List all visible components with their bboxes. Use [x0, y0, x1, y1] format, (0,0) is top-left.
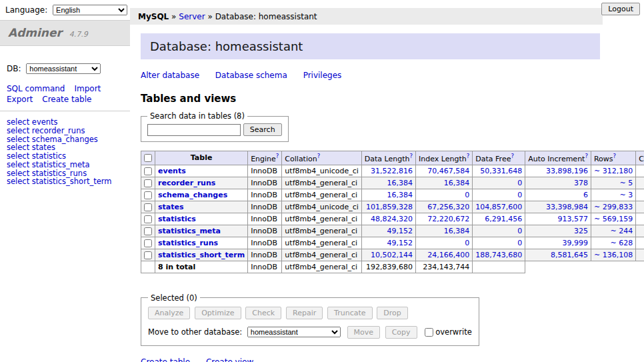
- index-length-link[interactable]: 24,166,400: [427, 251, 469, 259]
- rows-count-link[interactable]: ~ 628: [610, 239, 633, 247]
- sidebar-item-select-statistics-meta[interactable]: select statistics_meta: [7, 161, 123, 169]
- auto-increment-link[interactable]: 378: [574, 179, 588, 187]
- alter-database-link[interactable]: Alter database: [141, 71, 199, 80]
- overwrite-option[interactable]: overwrite: [425, 327, 472, 337]
- index-length-link[interactable]: 16,384: [444, 227, 470, 235]
- selected-fieldset: Selected (0) Analyze Optimize Check Repa…: [141, 293, 479, 346]
- sidebar-item-select-statistics-short-term[interactable]: select statistics_short_term: [7, 177, 123, 186]
- search-fieldset: Search data in tables (8) Search: [141, 111, 289, 142]
- data-free-link[interactable]: 6,291,456: [485, 215, 522, 223]
- table-name-link[interactable]: statistics_short_term: [158, 251, 245, 259]
- help-icon[interactable]: ?: [511, 153, 514, 159]
- rows-count-link[interactable]: ~ 244: [610, 227, 633, 235]
- data-free-link[interactable]: 0: [517, 239, 522, 247]
- help-icon[interactable]: ?: [276, 153, 279, 159]
- db-select[interactable]: homeassistant: [26, 63, 101, 74]
- rows-count-link[interactable]: ~ 3: [619, 191, 633, 199]
- help-icon[interactable]: ?: [467, 153, 470, 159]
- rows-count-link[interactable]: ~ 569,159: [594, 215, 633, 223]
- data-free-link[interactable]: 0: [517, 191, 522, 199]
- auto-increment-link[interactable]: 39,999: [562, 239, 588, 247]
- sidebar-item-create-table[interactable]: Create table: [42, 95, 91, 104]
- drop-button[interactable]: Drop: [377, 307, 407, 319]
- index-length-link[interactable]: 67,256,320: [427, 203, 469, 211]
- index-length-link[interactable]: 0: [465, 191, 469, 199]
- auto-increment-link[interactable]: 8,581,645: [551, 251, 588, 259]
- sidebar-item-select-statistics[interactable]: select statistics: [7, 152, 123, 161]
- index-length-link[interactable]: 16,384: [444, 179, 470, 187]
- sidebar-item-select-recorder-runs[interactable]: select recorder_runs: [7, 127, 123, 135]
- data-free-link[interactable]: 50,331,648: [480, 167, 522, 175]
- table-name-link[interactable]: recorder_runs: [158, 179, 215, 187]
- privileges-link[interactable]: Privileges: [303, 71, 342, 80]
- table-name-link[interactable]: statistics: [158, 215, 196, 223]
- sidebar-item-export[interactable]: Export: [7, 95, 33, 104]
- analyze-button[interactable]: Analyze: [148, 307, 190, 319]
- search-legend: Search data in tables (8): [147, 111, 247, 121]
- row-checkbox[interactable]: [144, 191, 152, 199]
- index-length-link[interactable]: 0: [465, 239, 469, 247]
- sidebar-item-import[interactable]: Import: [74, 84, 101, 93]
- table-name-link[interactable]: statistics_runs: [158, 239, 218, 247]
- row-checkbox[interactable]: [144, 227, 152, 235]
- logout-button[interactable]: Logout: [601, 3, 640, 15]
- copy-button[interactable]: Copy: [385, 326, 417, 339]
- data-length-link[interactable]: 49,152: [387, 239, 413, 247]
- rows-count-link[interactable]: ~ 136,108: [594, 251, 633, 259]
- table-name-link[interactable]: states: [158, 203, 184, 211]
- auto-increment-link[interactable]: 325: [574, 227, 588, 235]
- index-length-link[interactable]: 72,220,672: [427, 215, 469, 223]
- optimize-button[interactable]: Optimize: [195, 307, 241, 319]
- create-table-link[interactable]: Create table: [141, 357, 190, 362]
- row-checkbox[interactable]: [144, 179, 152, 187]
- truncate-button[interactable]: Truncate: [327, 307, 372, 319]
- row-checkbox[interactable]: [144, 167, 152, 175]
- rows-count-link[interactable]: ~ 312,180: [594, 167, 633, 175]
- create-view-link[interactable]: Create view: [206, 357, 253, 362]
- create-links: Create table Create view: [141, 357, 600, 362]
- auto-increment-link[interactable]: 33,398,984: [546, 203, 588, 211]
- auto-increment-link[interactable]: 33,898,196: [546, 167, 588, 175]
- move-db-select[interactable]: homeassistant: [247, 327, 341, 337]
- data-length-link[interactable]: 101,859,328: [366, 203, 413, 211]
- help-icon[interactable]: ?: [317, 153, 321, 159]
- table-name-link[interactable]: schema_changes: [158, 191, 227, 199]
- selected-legend: Selected (0): [148, 293, 200, 303]
- help-icon[interactable]: ?: [410, 153, 413, 159]
- search-button[interactable]: Search: [243, 123, 282, 136]
- index-length-link[interactable]: 70,467,584: [427, 167, 469, 175]
- rows-count-link[interactable]: ~ 5: [619, 179, 633, 187]
- data-free-link[interactable]: 188,743,680: [475, 251, 522, 259]
- move-button[interactable]: Move: [347, 326, 381, 339]
- sidebar-table-list: select events select recorder_runs selec…: [0, 118, 130, 186]
- select-all-checkbox[interactable]: [144, 154, 152, 162]
- data-free-link[interactable]: 104,857,600: [475, 203, 522, 211]
- data-free-link[interactable]: 0: [517, 227, 522, 235]
- rows-count-link[interactable]: ~ 299,833: [594, 203, 633, 211]
- data-free-link[interactable]: 0: [517, 179, 522, 187]
- data-length-link[interactable]: 49,152: [387, 227, 413, 235]
- help-icon[interactable]: ?: [585, 153, 588, 159]
- data-length-link[interactable]: 16,384: [387, 179, 413, 187]
- database-schema-link[interactable]: Database schema: [215, 71, 287, 80]
- row-checkbox[interactable]: [144, 215, 152, 223]
- language-select[interactable]: English: [53, 5, 127, 15]
- repair-button[interactable]: Repair: [286, 307, 323, 319]
- sidebar-item-sql-command[interactable]: SQL command: [7, 84, 65, 93]
- help-icon[interactable]: ?: [613, 153, 617, 159]
- row-checkbox[interactable]: [144, 203, 152, 211]
- table-name-link[interactable]: events: [158, 167, 186, 175]
- row-checkbox[interactable]: [144, 239, 152, 247]
- data-length-link[interactable]: 48,824,320: [371, 215, 413, 223]
- row-checkbox[interactable]: [144, 251, 152, 259]
- data-length-link[interactable]: 10,502,144: [371, 251, 413, 259]
- breadcrumb-server-link[interactable]: Server: [179, 12, 205, 21]
- data-length-link[interactable]: 16,384: [387, 191, 413, 199]
- auto-increment-link[interactable]: 6: [583, 191, 588, 199]
- search-input[interactable]: [147, 124, 241, 136]
- table-name-link[interactable]: statistics_meta: [158, 227, 221, 235]
- data-length-link[interactable]: 31,522,816: [371, 167, 413, 175]
- check-button[interactable]: Check: [245, 307, 281, 319]
- overwrite-checkbox[interactable]: [425, 328, 433, 337]
- auto-increment-link[interactable]: 913,577: [557, 215, 588, 223]
